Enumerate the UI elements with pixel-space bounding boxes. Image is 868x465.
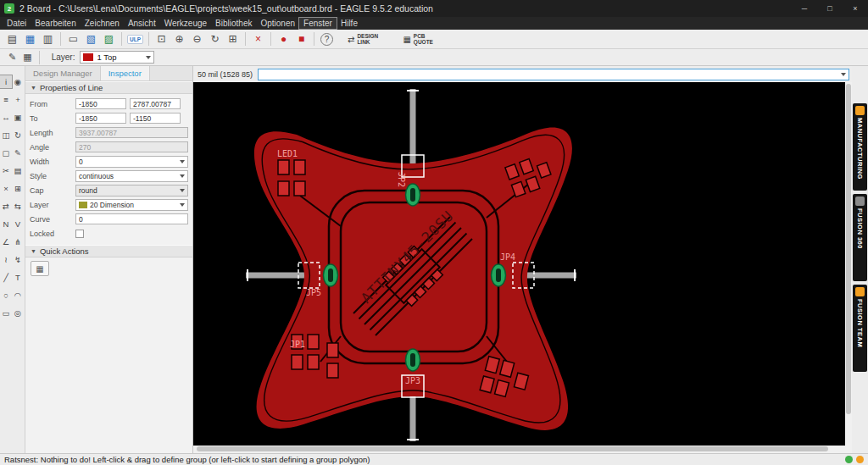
to-y-input[interactable] bbox=[130, 113, 181, 124]
zoom-fit-icon[interactable]: ⊡ bbox=[153, 31, 170, 47]
horizontal-scrollbar-thumb[interactable] bbox=[197, 446, 828, 451]
wire-tool-icon[interactable]: ╱ bbox=[0, 271, 12, 284]
rect-tool-icon[interactable]: ▭ bbox=[0, 307, 12, 319]
menu-item-hilfe[interactable]: Hilfe bbox=[337, 18, 362, 29]
menu-item-datei[interactable]: Datei bbox=[3, 18, 31, 29]
board-label-jp4[interactable]: JP4 bbox=[500, 252, 515, 262]
length-label: Length bbox=[30, 129, 75, 137]
group-tool-icon[interactable]: ▢ bbox=[0, 147, 12, 159]
pcb-canvas[interactable]: LED1 JP2 JP4 JP5 JP1 JP3 ATTINY45-20SU bbox=[193, 82, 845, 446]
zoom-select-icon[interactable]: ⊞ bbox=[225, 31, 241, 47]
width-select[interactable]: 0 bbox=[75, 156, 188, 168]
board-label-jp5[interactable]: JP5 bbox=[306, 288, 321, 297]
notification-icon[interactable] bbox=[856, 456, 864, 463]
vertical-scrollbar[interactable] bbox=[845, 82, 852, 446]
layer-field-select[interactable]: 20 Dimension bbox=[75, 199, 188, 211]
zoom-redraw-icon[interactable]: ↻ bbox=[207, 31, 223, 47]
menu-item-fenster[interactable]: Fenster bbox=[299, 18, 337, 29]
vertical-scrollbar-thumb[interactable] bbox=[846, 84, 851, 414]
menu-item-optionen[interactable]: Optionen bbox=[256, 18, 299, 29]
layer-select[interactable]: 1 Top bbox=[80, 51, 154, 64]
tab-design-manager[interactable]: Design Manager bbox=[25, 66, 101, 80]
draw-settings-icon[interactable]: ✎ bbox=[8, 52, 16, 63]
cut-tool-icon[interactable]: ✂ bbox=[0, 164, 12, 177]
board-label-led1[interactable]: LED1 bbox=[277, 149, 298, 158]
via-tool-icon[interactable]: ◎ bbox=[12, 307, 24, 319]
chevron-down-icon bbox=[180, 174, 185, 178]
change-tool-icon[interactable]: ✎ bbox=[12, 147, 24, 159]
miter-tool-icon[interactable]: ∠ bbox=[0, 235, 12, 248]
tab-fusion-team[interactable]: FUSION TEAM bbox=[853, 285, 867, 372]
record-icon[interactable]: ● bbox=[275, 31, 292, 47]
properties-section-header[interactable]: ▼ Properties of Line bbox=[25, 81, 192, 94]
tab-fusion-360[interactable]: FUSION 360 bbox=[853, 194, 867, 281]
from-y-input[interactable] bbox=[130, 98, 181, 109]
design-link-button[interactable]: ⇄ DESIGN LINK bbox=[344, 31, 391, 47]
eye-tool-icon[interactable]: ◉ bbox=[12, 75, 24, 88]
menu-item-bearbeiten[interactable]: Bearbeiten bbox=[31, 18, 80, 29]
mirror-tool-icon[interactable]: ◫ bbox=[0, 129, 12, 141]
command-input[interactable] bbox=[259, 69, 841, 79]
zoom-out-icon[interactable]: ⊖ bbox=[189, 31, 205, 47]
paste-tool-icon[interactable]: ▤ bbox=[12, 164, 24, 177]
locked-checkbox[interactable] bbox=[75, 230, 84, 238]
stop-command-icon[interactable]: × bbox=[250, 31, 266, 47]
online-status-icon[interactable] bbox=[845, 456, 853, 463]
ripup-tool-icon[interactable]: ↯ bbox=[12, 253, 24, 266]
maximize-button[interactable]: □ bbox=[817, 0, 843, 17]
stop-record-icon[interactable]: ■ bbox=[293, 31, 309, 47]
pad-jp3[interactable] bbox=[406, 349, 420, 371]
chart2-icon[interactable]: ▨ bbox=[101, 31, 117, 47]
pad-jp4[interactable] bbox=[492, 264, 506, 286]
monitor-icon[interactable]: ▭ bbox=[65, 31, 81, 47]
layer-label: Layer: bbox=[52, 53, 75, 62]
curve-input[interactable] bbox=[75, 213, 188, 224]
board-label-jp3[interactable]: JP3 bbox=[405, 376, 420, 385]
rotate-tool-icon[interactable]: ↻ bbox=[12, 129, 24, 141]
name-tool-icon[interactable]: N bbox=[0, 218, 12, 230]
pcb-quote-button[interactable]: ▦ PCB QUOTE bbox=[399, 31, 447, 47]
pinswap-tool-icon[interactable]: ⇄ bbox=[0, 200, 12, 213]
menu-item-zeichnen[interactable]: Zeichnen bbox=[81, 18, 124, 29]
horizontal-scrollbar[interactable] bbox=[193, 446, 852, 453]
menu-item-werkzeuge[interactable]: Werkzeuge bbox=[160, 18, 211, 29]
ulp-icon[interactable]: ULP bbox=[127, 35, 143, 44]
text-tool-icon[interactable]: T bbox=[12, 271, 24, 284]
pad-jp2[interactable] bbox=[406, 184, 420, 206]
menu-item-ansicht[interactable]: Ansicht bbox=[124, 18, 160, 29]
mark-tool-icon[interactable]: + bbox=[12, 93, 24, 106]
minimize-button[interactable]: ─ bbox=[792, 0, 817, 17]
circle-tool-icon[interactable]: ○ bbox=[0, 289, 12, 302]
info-tool-icon[interactable]: i bbox=[0, 75, 12, 88]
open-icon[interactable]: ▤ bbox=[4, 31, 20, 47]
board-label-jp1[interactable]: JP1 bbox=[290, 340, 305, 349]
style-select[interactable]: continuous bbox=[75, 170, 188, 182]
quick-actions-section-header[interactable]: ▼ Quick Actions bbox=[25, 245, 192, 257]
tab-manufacturing[interactable]: MANUFACTURING bbox=[853, 103, 867, 191]
help-icon[interactable]: ? bbox=[320, 33, 333, 46]
copy-tool-icon[interactable]: ▣ bbox=[12, 111, 24, 124]
tab-inspector[interactable]: Inspector bbox=[101, 66, 150, 80]
to-x-input[interactable] bbox=[75, 113, 126, 124]
grid-icon[interactable]: ▦ bbox=[23, 52, 31, 63]
route-tool-icon[interactable]: ≀ bbox=[0, 253, 12, 266]
display-layers-icon[interactable]: ≡ bbox=[0, 93, 12, 106]
print-icon[interactable]: ▥ bbox=[40, 31, 56, 47]
delete-tool-icon[interactable]: × bbox=[0, 182, 12, 195]
from-x-input[interactable] bbox=[75, 98, 126, 109]
menu-item-bibliothek[interactable]: Bibliothek bbox=[211, 18, 256, 29]
quick-action-button[interactable]: ▦ bbox=[31, 261, 49, 276]
split-tool-icon[interactable]: ⋔ bbox=[12, 235, 24, 248]
value-tool-icon[interactable]: V bbox=[12, 218, 24, 230]
move-tool-icon[interactable]: ↔ bbox=[0, 111, 12, 124]
pad-jp5[interactable] bbox=[324, 264, 338, 286]
chevron-down-icon[interactable] bbox=[841, 73, 846, 76]
close-button[interactable]: × bbox=[843, 0, 868, 17]
arc-tool-icon[interactable]: ◠ bbox=[12, 289, 24, 302]
chart-icon[interactable]: ▧ bbox=[83, 31, 99, 47]
add-part-icon[interactable]: ⊞ bbox=[12, 182, 24, 195]
zoom-in-icon[interactable]: ⊕ bbox=[171, 31, 187, 47]
replace-tool-icon[interactable]: ⇆ bbox=[12, 200, 24, 213]
save-icon[interactable]: ▦ bbox=[22, 31, 38, 47]
board-label-jp2[interactable]: JP2 bbox=[397, 172, 406, 187]
